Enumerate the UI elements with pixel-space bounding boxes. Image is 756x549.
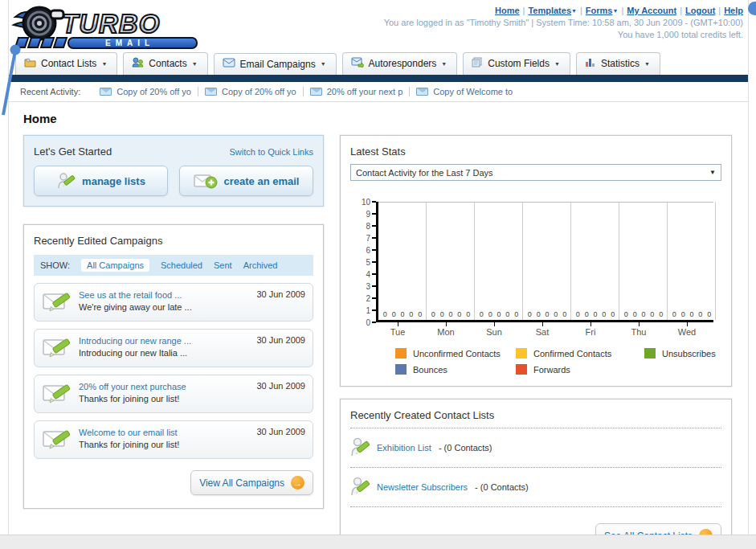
top-nav-link-home[interactable]: Home xyxy=(495,6,520,15)
campaign-subtitle: Thanks for joining our list! xyxy=(79,393,248,405)
bar-value-labels: 00000 xyxy=(619,310,668,318)
bar-value: 0 xyxy=(698,310,702,318)
y-tick-label: 0 xyxy=(366,318,370,327)
recent-activity-link[interactable]: Copy of 20% off yo xyxy=(116,87,191,96)
switch-quick-links-link[interactable]: Switch to Quick Links xyxy=(229,147,313,157)
manage-lists-label: manage lists xyxy=(82,175,145,187)
campaign-list-item[interactable]: Introducing our new range ...Introducing… xyxy=(34,329,313,367)
bar-value: 0 xyxy=(514,310,518,318)
contact-list-count: - (0 Contacts) xyxy=(475,482,529,492)
top-nav-link-help[interactable]: Help xyxy=(724,6,743,15)
y-tick-label: 8 xyxy=(366,222,370,231)
get-started-title: Let's Get Started xyxy=(34,145,112,158)
view-all-campaigns-label: View All Campaigns xyxy=(199,477,284,489)
create-email-button[interactable]: create an email xyxy=(179,166,313,196)
recent-activity-item: 20% off your next p xyxy=(304,87,411,96)
legend-item-unsubscribes: Unsubscribes xyxy=(644,348,756,358)
y-tick-label: 2 xyxy=(366,294,370,303)
filter-tab-sent[interactable]: Sent xyxy=(214,260,232,270)
campaign-filter-tabs: All CampaignsScheduledSentArchived xyxy=(81,259,277,272)
latest-stats-title: Latest Stats xyxy=(350,145,721,158)
credits-text: You have 1,000 total credits left. xyxy=(384,29,743,41)
filter-tab-archived[interactable]: Archived xyxy=(243,260,278,270)
bar-value: 0 xyxy=(537,310,541,318)
legend-item-unconfirmed-contacts: Unconfirmed Contacts xyxy=(395,348,516,358)
bar-value-labels: 00000 xyxy=(378,310,427,318)
tab-contacts[interactable]: Contacts▼ xyxy=(123,52,207,75)
tab-contact-lists[interactable]: Contact Lists▼ xyxy=(15,52,117,75)
legend-label: Forwards xyxy=(533,365,570,375)
person-pencil-icon xyxy=(350,436,370,459)
recent-activity-item: Copy of 20% off yo xyxy=(93,87,198,96)
page-title: Home xyxy=(23,112,734,125)
tab-email-campaigns[interactable]: Email Campaigns▼ xyxy=(214,53,337,75)
chart-x-axis: TueMonSunSatFriThuWed xyxy=(374,322,711,337)
bar-value: 0 xyxy=(418,310,422,318)
nav-separator: | xyxy=(718,6,721,15)
contacts-people-icon xyxy=(132,57,144,70)
tab-label: Email Campaigns xyxy=(240,59,316,70)
logo-word: TURBO xyxy=(62,9,160,39)
legend-label: Unsubscribes xyxy=(662,349,716,358)
recent-activity-bar: Recent Activity: Copy of 20% off yoCopy … xyxy=(9,82,748,102)
bar-value: 0 xyxy=(576,310,580,318)
campaign-title-link[interactable]: 20% off your next purchase xyxy=(79,382,186,391)
filter-tab-all-campaigns[interactable]: All Campaigns xyxy=(81,259,149,272)
filter-tab-scheduled[interactable]: Scheduled xyxy=(161,260,202,270)
autoresponder-envelope-icon xyxy=(351,57,364,70)
tab-autoresponders[interactable]: Autoresponders▼ xyxy=(342,52,458,75)
nav-separator: | xyxy=(523,6,525,15)
top-nav-link-logout[interactable]: Logout xyxy=(685,6,715,15)
top-nav-link-forms[interactable]: Forms xyxy=(586,6,613,15)
top-nav-link-my-account[interactable]: My Account xyxy=(627,6,676,15)
campaign-title-link[interactable]: See us at the retail food ... xyxy=(79,290,182,300)
envelope-plus-icon xyxy=(194,172,218,190)
recent-activity-item: Copy of 20% off yo xyxy=(198,87,304,96)
contact-list-link[interactable]: Exhibition List xyxy=(377,443,431,453)
view-all-campaigns-button[interactable]: View All Campaigns → xyxy=(190,470,313,495)
recent-activity-link[interactable]: Copy of Welcome to xyxy=(433,87,513,96)
contact-list-link[interactable]: Newsletter Subscribers xyxy=(377,482,468,492)
campaign-list-item[interactable]: 20% off your next purchaseThanks for joi… xyxy=(34,375,313,413)
nav-separator: | xyxy=(580,6,582,15)
statistics-bars-icon xyxy=(585,57,596,70)
tab-label: Contacts xyxy=(149,58,186,69)
envelope-pencil-icon xyxy=(42,427,71,451)
bar-value: 0 xyxy=(585,310,589,318)
chevron-down-icon: ▼ xyxy=(192,61,198,67)
recent-activity-link[interactable]: Copy of 20% off yo xyxy=(222,87,296,96)
recent-activity-link[interactable]: 20% off your next p xyxy=(327,87,403,96)
create-email-label: create an email xyxy=(224,175,300,187)
campaign-title-link[interactable]: Welcome to our email list xyxy=(79,428,178,437)
envelope-pencil-icon xyxy=(42,381,71,407)
bar-value: 0 xyxy=(602,310,606,318)
bar-value: 0 xyxy=(633,310,637,318)
chevron-down-icon: ▼ xyxy=(571,8,577,14)
tab-custom-fields[interactable]: Custom Fields▼ xyxy=(463,52,570,75)
chart-gridline xyxy=(619,202,619,320)
tab-statistics[interactable]: Statistics▼ xyxy=(576,52,660,75)
chevron-down-icon: ▼ xyxy=(709,169,716,176)
main-nav-tabs: Contact Lists▼Contacts▼Email Campaigns▼A… xyxy=(9,51,748,75)
bar-value: 0 xyxy=(689,310,693,318)
stats-dropdown-value: Contact Activity for the Last 7 Days xyxy=(356,168,493,178)
bar-value: 0 xyxy=(488,310,492,318)
header: TURBO EMAIL Home|Templates▼|Forms▼|My Ac… xyxy=(9,0,748,51)
chart-gridline xyxy=(474,202,475,320)
nav-separator: | xyxy=(680,6,682,15)
campaign-title-link[interactable]: Introducing our new range ... xyxy=(79,336,191,346)
top-nav-link-templates[interactable]: Templates xyxy=(528,6,571,15)
chart-gridline xyxy=(715,202,716,320)
campaign-list-item[interactable]: See us at the retail food ...We're givin… xyxy=(34,283,313,322)
top-nav: Home|Templates▼|Forms▼|My Account|Logout… xyxy=(384,5,743,17)
campaign-list-item[interactable]: Welcome to our email listThanks for join… xyxy=(34,420,313,459)
manage-lists-button[interactable]: manage lists xyxy=(34,166,168,196)
stats-period-dropdown[interactable]: Contact Activity for the Last 7 Days ▼ xyxy=(350,164,721,181)
chevron-down-icon: ▼ xyxy=(321,61,326,67)
chevron-down-icon: ▼ xyxy=(644,61,650,67)
bar-value-labels: 00000 xyxy=(427,310,475,318)
latest-stats-panel: Latest Stats Contact Activity for the La… xyxy=(340,135,732,387)
chart-gridline xyxy=(667,202,668,320)
legend-item-forwards: Forwards xyxy=(516,364,644,375)
person-pencil-icon xyxy=(350,476,370,498)
